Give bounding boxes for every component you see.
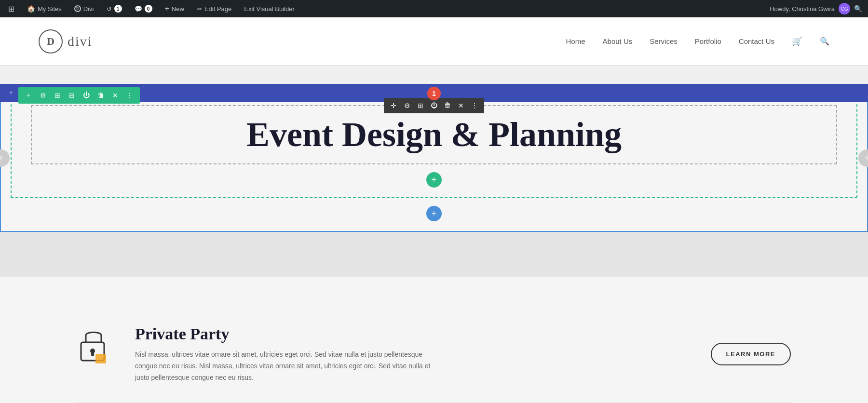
row-settings-btn[interactable]: ⚙ bbox=[38, 90, 48, 101]
add-module-btn-container: + bbox=[31, 172, 837, 188]
private-party-desc: Nisl massa, ultrices vitae ornare sit am… bbox=[135, 349, 434, 383]
row-power-btn[interactable]: ⏻ bbox=[81, 90, 92, 101]
row-delete-btn[interactable]: 🗑 bbox=[95, 90, 106, 101]
left-add-row-btn[interactable]: + bbox=[0, 149, 10, 167]
row-layout-btn[interactable]: ⊞ bbox=[52, 90, 63, 101]
comments-count: 0 bbox=[145, 5, 152, 13]
nav-home[interactable]: Home bbox=[566, 37, 585, 45]
nav-services[interactable]: Services bbox=[650, 37, 678, 45]
svg-rect-2 bbox=[91, 352, 94, 356]
section-add-btn[interactable]: + bbox=[6, 88, 16, 98]
revision-count: 1 bbox=[114, 5, 122, 13]
module-delete-btn[interactable]: 🗑 bbox=[443, 101, 452, 110]
section-content: + + + ⚙ ⊞ ⊟ ⏻ 🗑 ✕ ⋮ 1 ✛ ⚙ bbox=[0, 84, 868, 232]
module-container: ✛ ⚙ ⊞ ⏻ 🗑 ✕ ⋮ Event Design & Planning bbox=[31, 105, 837, 164]
module-duplicate-btn[interactable]: ⊞ bbox=[416, 101, 425, 110]
add-row-btn[interactable]: + bbox=[426, 206, 442, 221]
row-container: + ⚙ ⊞ ⊟ ⏻ 🗑 ✕ ⋮ 1 ✛ ⚙ ⊞ ⏻ 🗑 bbox=[11, 94, 857, 198]
nav-contact[interactable]: Contact Us bbox=[739, 37, 774, 45]
site-nav: Home About Us Services Portfolio Contact… bbox=[566, 36, 829, 47]
divi-btn[interactable]: D Divi bbox=[72, 0, 96, 17]
row-col-btn[interactable]: ⊟ bbox=[67, 90, 77, 101]
new-btn[interactable]: + New bbox=[163, 0, 187, 17]
content-section: Private Party Nisl massa, ultrices vitae… bbox=[0, 277, 868, 403]
service-info-private-party: Private Party Nisl massa, ultrices vitae… bbox=[135, 325, 692, 383]
module-more-btn[interactable]: ⋮ bbox=[470, 101, 479, 110]
add-row-btn-container: + bbox=[11, 206, 857, 221]
module-power-btn[interactable]: ⏻ bbox=[429, 101, 439, 110]
revision-btn[interactable]: ↺ 1 bbox=[104, 0, 124, 17]
row-toolbar: + ⚙ ⊞ ⊟ ⏻ 🗑 ✕ ⋮ bbox=[18, 87, 140, 104]
admin-search-icon[interactable]: 🔍 bbox=[854, 5, 862, 13]
cart-icon[interactable]: 🛒 bbox=[792, 36, 802, 47]
admin-bar-right: Howdy, Christina Gwira CG 🔍 bbox=[770, 3, 862, 14]
private-party-learn-more-btn[interactable]: LEARN MORE bbox=[711, 343, 791, 365]
admin-bar: ⊞ 🏠 My Sites D Divi ↺ 1 💬 0 + New ✏ Edit… bbox=[0, 0, 868, 17]
site-logo[interactable]: D divi bbox=[39, 29, 93, 54]
right-add-row-btn[interactable]: + bbox=[858, 149, 868, 167]
module-settings-btn[interactable]: ⚙ bbox=[402, 101, 412, 110]
row-more-btn[interactable]: ⋮ bbox=[124, 90, 135, 101]
row-add-btn[interactable]: + bbox=[23, 90, 34, 101]
private-party-title: Private Party bbox=[135, 325, 692, 343]
service-item-private-party: Private Party Nisl massa, ultrices vitae… bbox=[77, 306, 791, 403]
nav-search-icon[interactable]: 🔍 bbox=[820, 37, 829, 46]
exit-vb-btn[interactable]: Exit Visual Builder bbox=[242, 0, 297, 17]
nav-about[interactable]: About Us bbox=[603, 37, 633, 45]
wp-icon-btn[interactable]: ⊞ bbox=[6, 0, 17, 17]
logo-circle: D bbox=[39, 29, 63, 54]
number-badge: 1 bbox=[427, 87, 441, 100]
row-close-btn[interactable]: ✕ bbox=[110, 90, 121, 101]
private-party-icon bbox=[77, 325, 116, 363]
my-sites-btn[interactable]: 🏠 My Sites bbox=[25, 0, 64, 17]
edit-page-btn[interactable]: ✏ Edit Page bbox=[194, 0, 234, 17]
logo-text: divi bbox=[68, 34, 93, 49]
module-close-btn[interactable]: ✕ bbox=[456, 101, 466, 110]
module-move-btn[interactable]: ✛ bbox=[389, 101, 398, 110]
hero-title: Event Design & Planning bbox=[41, 116, 827, 154]
nav-portfolio[interactable]: Portfolio bbox=[695, 37, 721, 45]
visual-builder-section: + ⚙ ⊞ ⏻ 🗑 ✕ ⋮ + + + ⚙ ⊞ ⊟ ⏻ 🗑 ✕ ⋮ 1 bbox=[0, 84, 868, 277]
add-module-btn[interactable]: + bbox=[426, 172, 442, 188]
avatar: CG bbox=[839, 3, 850, 14]
site-header: D divi Home About Us Services Portfolio … bbox=[0, 17, 868, 66]
comments-btn[interactable]: 💬 0 bbox=[132, 0, 155, 17]
svg-rect-3 bbox=[95, 354, 106, 363]
